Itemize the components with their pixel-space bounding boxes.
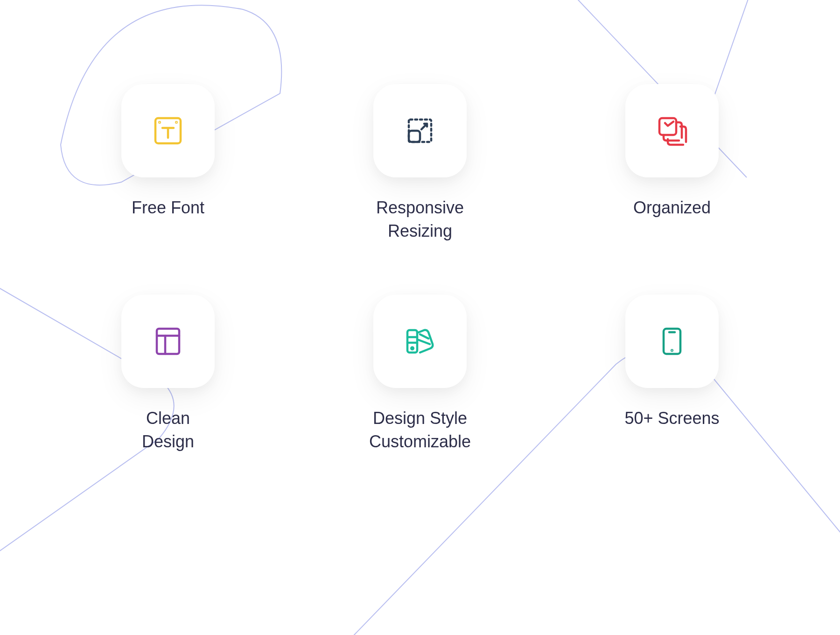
icon-card [625, 84, 719, 177]
text-frame-icon [151, 114, 185, 148]
feature-responsive-resizing: Responsive Resizing [369, 84, 471, 243]
icon-card [121, 295, 215, 388]
feature-label: Design Style Customizable [369, 407, 471, 454]
svg-point-1 [159, 122, 160, 123]
svg-point-12 [411, 347, 413, 350]
features-grid: Free Font Responsive Resizing Organized [117, 84, 723, 454]
feature-free-font: Free Font [117, 84, 219, 243]
svg-point-2 [176, 122, 177, 123]
phone-icon [655, 325, 689, 358]
icon-card [373, 295, 467, 388]
feature-clean-design: Clean Design [117, 295, 219, 454]
palette-icon [403, 325, 437, 358]
icon-card [121, 84, 215, 177]
icon-card [625, 295, 719, 388]
layout-icon [151, 325, 185, 358]
svg-line-14 [419, 340, 430, 344]
svg-rect-6 [157, 329, 179, 354]
feature-label: Organized [633, 196, 711, 219]
layers-icon [655, 114, 689, 148]
resize-icon [403, 114, 437, 148]
feature-label: Clean Design [142, 407, 194, 454]
feature-screens: 50+ Screens [621, 295, 723, 454]
svg-rect-4 [409, 131, 420, 142]
feature-label: Free Font [132, 196, 204, 219]
svg-line-13 [420, 334, 428, 339]
feature-organized: Organized [621, 84, 723, 243]
icon-card [373, 84, 467, 177]
feature-label: 50+ Screens [624, 407, 719, 430]
svg-point-17 [672, 350, 672, 351]
feature-design-style: Design Style Customizable [369, 295, 471, 454]
feature-label: Responsive Resizing [376, 196, 464, 243]
